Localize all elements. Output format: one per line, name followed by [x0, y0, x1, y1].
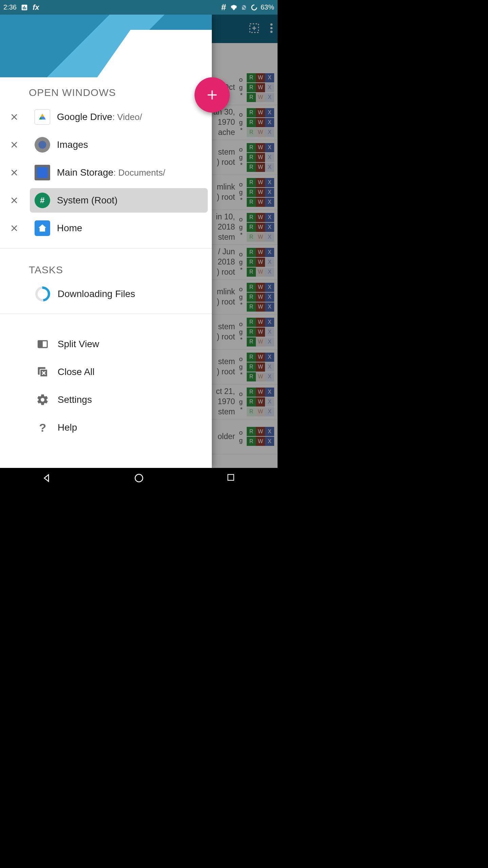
- action-label: Help: [58, 422, 77, 433]
- loading-icon: [250, 4, 258, 11]
- svg-point-5: [252, 5, 257, 10]
- back-button[interactable]: [41, 473, 52, 483]
- help-button[interactable]: ? Help: [0, 414, 212, 441]
- status-app-icon: [21, 4, 28, 11]
- close-icon[interactable]: [7, 110, 21, 124]
- window-name: Images: [57, 139, 88, 150]
- status-time: 2:36: [3, 3, 17, 11]
- system-navbar: [0, 468, 278, 488]
- window-row-main-storage: Main Storage: Documents/: [0, 159, 212, 186]
- recents-button[interactable]: [226, 473, 237, 483]
- close-icon[interactable]: [7, 138, 21, 152]
- open-windows-heading: OPEN WINDOWS: [0, 77, 212, 103]
- storage-icon: [35, 165, 50, 180]
- svg-rect-31: [228, 474, 233, 480]
- window-name: Home: [57, 223, 82, 233]
- no-sim-icon: [240, 4, 248, 11]
- window-item[interactable]: Google Drive: Video/: [30, 105, 208, 129]
- divider: [0, 314, 212, 314]
- status-battery: 63%: [261, 3, 274, 11]
- root-icon: #: [35, 193, 50, 208]
- status-fx-icon: fx: [32, 4, 40, 11]
- split-view-icon: [35, 337, 50, 352]
- svg-rect-3: [25, 7, 26, 9]
- split-view-button[interactable]: Split View: [0, 330, 212, 358]
- images-icon: [35, 137, 50, 153]
- close-icon[interactable]: [7, 166, 21, 179]
- home-icon: [35, 220, 50, 236]
- status-bar: 2:36 fx # 63%: [0, 0, 278, 15]
- close-icon[interactable]: [7, 221, 21, 235]
- close-all-icon: [35, 364, 50, 379]
- help-icon: ?: [35, 420, 50, 435]
- navigation-drawer: fx OPEN WINDOWS Google Drive: Video/: [0, 15, 212, 468]
- window-row-google-drive: Google Drive: Video/: [0, 103, 212, 131]
- window-item[interactable]: Home: [30, 216, 208, 240]
- hash-icon: #: [220, 4, 227, 11]
- drawer-header: fx: [0, 15, 212, 77]
- task-label: Downloading Files: [58, 289, 135, 299]
- window-name: Google Drive: [57, 112, 112, 122]
- gear-icon: [35, 392, 50, 407]
- svg-point-30: [135, 474, 143, 482]
- fx-logo: fx: [187, 47, 205, 77]
- google-drive-icon: [35, 109, 50, 125]
- settings-button[interactable]: Settings: [0, 386, 212, 414]
- add-fab[interactable]: [195, 77, 230, 113]
- tasks-heading: TASKS: [0, 255, 212, 280]
- svg-rect-2: [24, 6, 25, 9]
- svg-rect-23: [43, 341, 47, 347]
- action-label: Close All: [58, 367, 95, 377]
- window-row-system-root: # System (Root): [0, 186, 212, 214]
- divider: [0, 248, 212, 249]
- window-item-active[interactable]: # System (Root): [30, 188, 208, 213]
- svg-rect-1: [23, 7, 23, 9]
- task-row[interactable]: Downloading Files: [0, 280, 212, 308]
- window-name: Main Storage: [57, 167, 114, 178]
- action-label: Settings: [58, 394, 92, 405]
- close-all-button[interactable]: Close All: [0, 358, 212, 386]
- wifi-icon: [230, 4, 238, 11]
- spinner-icon: [32, 283, 53, 304]
- window-row-images: Images: [0, 131, 212, 159]
- close-icon[interactable]: [7, 194, 21, 207]
- window-item[interactable]: Images: [30, 133, 208, 157]
- home-button[interactable]: [134, 473, 144, 483]
- action-label: Split View: [58, 339, 99, 350]
- window-path: : Documents/: [114, 167, 165, 178]
- window-path: : Video/: [112, 112, 142, 122]
- window-name: System (Root): [57, 195, 118, 205]
- window-item[interactable]: Main Storage: Documents/: [30, 160, 208, 185]
- window-row-home: Home: [0, 214, 212, 242]
